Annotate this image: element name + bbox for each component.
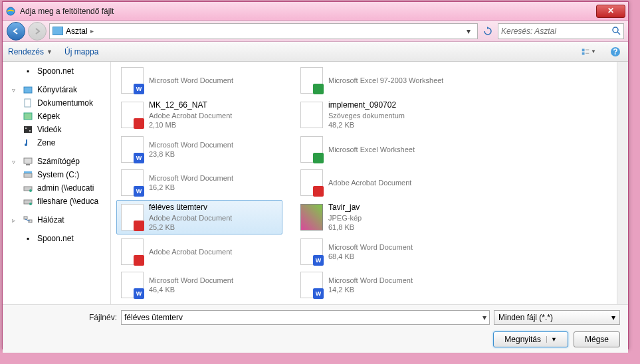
sidebar-item-drive-c[interactable]: System (C:) [3,168,110,181]
sidebar-item-videos[interactable]: Videók [3,123,110,136]
document-icon [23,98,33,108]
filename-combo[interactable]: ▾ [121,310,490,325]
sidebar-item-network[interactable]: ▹ Hálózat [3,213,110,227]
new-folder-button[interactable]: Új mappa [64,47,98,56]
titlebar: Adja meg a feltöltendő fájlt ✕ [3,2,628,21]
file-type-filter[interactable]: Minden fájl (*.*) ▾ [494,310,620,325]
file-size: 48,2 KB [328,120,405,130]
search-input[interactable] [501,27,612,36]
svg-rect-19 [24,171,32,173]
file-item[interactable]: WMicrosoft Word Document23,8 KB [116,134,282,165]
open-button[interactable]: Megnyitás ▼ [493,331,568,347]
open-split-icon[interactable]: ▼ [546,336,557,343]
toolbar: Rendezés ▼ Új mappa ▼ ? [3,42,628,62]
file-item[interactable]: féléves ütemtervAdobe Acrobat Document25… [116,200,282,234]
file-item[interactable]: WMicrosoft Word Document68,4 KB [296,236,462,268]
filename-input[interactable] [124,313,482,322]
view-button[interactable]: ▼ [582,45,596,59]
chevron-right-icon[interactable]: ▸ [90,27,94,35]
file-item[interactable]: Adobe Acrobat Document [296,167,462,199]
drive-icon [23,169,33,180]
file-item[interactable]: implement_090702Szöveges dokumentum48,2 … [296,98,462,132]
sidebar-item-libraries[interactable]: ▿ Könyvtárak [3,83,110,96]
address-bar[interactable]: Asztal ▸ ▾ [49,23,478,39]
svg-rect-10 [25,99,31,107]
svg-line-2 [617,32,620,35]
refresh-button[interactable] [480,24,495,39]
file-size: 46,4 KB [149,285,233,294]
computer-icon [23,156,33,167]
file-item[interactable]: MK_12_66_NATAdobe Acrobat Document2,10 M… [116,98,282,132]
file-type: Adobe Acrobat Document [328,178,411,187]
filename-label: Fájlnév: [11,313,117,322]
file-item[interactable]: Tavir_javJPEG-kép61,8 KB [296,200,462,234]
cancel-button[interactable]: Mégse [574,331,620,347]
file-size: 16,2 KB [149,183,233,192]
forward-button[interactable] [28,22,47,41]
window-title: Adja meg a feltöltendő fájlt [20,7,596,16]
svg-rect-24 [24,217,27,219]
sidebar-item-drive-fileshare[interactable]: fileshare (\\educa [3,195,110,208]
organize-button[interactable]: Rendezés ▼ [8,47,53,56]
file-item[interactable]: Microsoft Excel 97-2003 Worksheet [296,64,462,96]
svg-rect-16 [24,158,32,163]
network-drive-icon [23,183,33,193]
file-size: 14,2 KB [328,285,413,294]
expand-icon[interactable]: ▹ [12,217,19,224]
sidebar-item-documents[interactable]: Dokumentumok [3,96,110,110]
bottom-bar: Fájlnév: ▾ Minden fájl (*.*) ▾ Megnyitás… [3,304,628,353]
sidebar-item-spoon2[interactable]: ▪ Spoon.net [3,232,110,245]
close-button[interactable]: ✕ [596,5,625,18]
svg-point-23 [29,203,32,205]
app-icon: ▪ [23,233,33,244]
sidebar-item-pictures[interactable]: Képek [3,110,110,123]
file-size: 2,10 MB [149,120,232,130]
file-name: MK_12_66_NAT [149,100,232,111]
svg-rect-9 [24,87,32,93]
search-icon[interactable] [612,27,621,35]
scrollbar[interactable] [617,62,628,304]
file-type: Microsoft Word Document [149,140,233,149]
svg-point-15 [25,143,27,146]
file-size: 25,2 KB [149,223,232,232]
file-size: 23,8 KB [149,149,233,159]
file-item[interactable]: WMicrosoft Word Document46,4 KB [116,269,282,301]
file-size: 68,4 KB [328,252,413,261]
svg-text:?: ? [613,47,617,56]
chevron-down-icon[interactable]: ▾ [482,313,486,322]
sidebar-item-computer[interactable]: ▿ Számítógép [3,155,110,168]
path-dropdown[interactable]: ▾ [463,27,475,36]
file-type: Microsoft Word Document [328,276,413,285]
file-item[interactable]: WMicrosoft Word Document14,2 KB [296,269,462,301]
svg-point-21 [29,189,32,192]
navbar: Asztal ▸ ▾ [3,21,628,42]
path-segment[interactable]: Asztal [66,27,88,36]
sidebar: ▪ Spoon.net ▿ Könyvtárak Dokumentumok Ké… [3,62,111,304]
file-name: Tavir_jav [328,203,362,213]
file-type: Adobe Acrobat Document [149,111,232,120]
chevron-down-icon: ▼ [47,48,53,55]
svg-point-1 [613,27,618,33]
search-box[interactable] [498,23,624,39]
file-list[interactable]: WMicrosoft Word DocumentMK_12_66_NATAdob… [111,62,617,304]
help-button[interactable]: ? [608,45,623,59]
collapse-icon[interactable]: ▿ [12,158,19,165]
file-item[interactable]: Microsoft Excel Worksheet [296,134,462,165]
file-type: Szöveges dokumentum [328,111,405,120]
svg-rect-4 [582,52,585,54]
file-item[interactable]: WMicrosoft Word Document [116,64,282,96]
file-size: 61,8 KB [328,223,362,232]
file-item[interactable]: Adobe Acrobat Document [116,236,282,268]
file-type: Microsoft Word Document [328,242,413,252]
sidebar-item-music[interactable]: Zene [3,136,110,149]
ie-icon [5,6,16,17]
file-type: JPEG-kép [328,213,362,223]
collapse-icon[interactable]: ▿ [12,86,19,94]
back-button[interactable] [7,22,25,41]
sidebar-item-spoon[interactable]: ▪ Spoon.net [3,64,110,78]
sidebar-item-drive-admin[interactable]: admin (\\educati [3,181,110,195]
file-item[interactable]: WMicrosoft Word Document16,2 KB [116,167,282,199]
svg-point-13 [25,128,27,129]
content-area: ▪ Spoon.net ▿ Könyvtárak Dokumentumok Ké… [3,62,628,304]
file-type: Microsoft Excel Worksheet [328,145,415,154]
